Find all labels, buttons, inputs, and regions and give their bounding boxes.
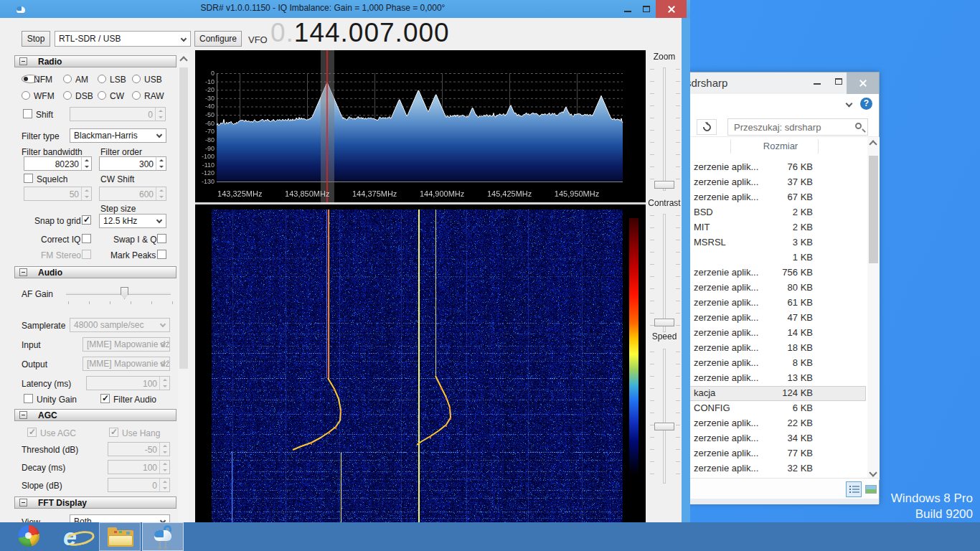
spectrum-canvas[interactable] xyxy=(195,50,646,203)
scrollbar-thumb[interactable] xyxy=(869,156,878,263)
squelch-checkbox[interactable] xyxy=(24,174,33,183)
audio-group-header[interactable]: Audio xyxy=(14,266,176,278)
spinner-arrows-icon[interactable] xyxy=(159,377,169,390)
radio-mode-dsb[interactable] xyxy=(63,91,72,100)
thumbnail-view-button[interactable] xyxy=(863,481,879,497)
collapse-icon[interactable] xyxy=(19,268,27,276)
cw-shift-spinner[interactable]: 600 xyxy=(99,187,166,201)
samplerate-select[interactable]: 48000 sample/sec xyxy=(70,318,170,332)
panel-scrollbar[interactable] xyxy=(178,53,189,522)
scroll-up-icon[interactable] xyxy=(179,56,187,64)
chevron-down-icon[interactable] xyxy=(846,100,853,108)
af-gain-slider[interactable] xyxy=(66,293,171,295)
fft-group-header[interactable]: FFT Display xyxy=(14,496,176,509)
explorer-close-button[interactable] xyxy=(847,72,879,94)
radio-mode-am[interactable] xyxy=(63,75,72,83)
close-button[interactable] xyxy=(656,0,687,18)
filter-bandwidth-spinner[interactable]: 80230 xyxy=(24,156,92,171)
details-view-button[interactable] xyxy=(846,481,862,497)
taskbar-internet-explorer[interactable]: e xyxy=(57,522,99,551)
scroll-down-icon[interactable] xyxy=(869,468,877,476)
spinner-arrows-icon[interactable] xyxy=(156,187,166,200)
spinner-arrows-icon[interactable] xyxy=(159,443,169,456)
spinner-arrows-icon[interactable] xyxy=(81,187,91,200)
squelch-spinner[interactable]: 50 xyxy=(24,187,92,201)
speed-slider-thumb[interactable] xyxy=(654,423,674,430)
column-header-size[interactable]: Rozmiar xyxy=(745,141,816,151)
frequency-display[interactable]: 0.144.007.000 xyxy=(270,18,450,51)
decay-spinner[interactable]: 100 xyxy=(108,460,170,474)
refresh-button[interactable] xyxy=(697,119,717,135)
stop-button[interactable]: Stop xyxy=(22,31,50,47)
use-hang-label: Use Hang xyxy=(122,428,160,438)
collapse-icon[interactable] xyxy=(19,411,27,419)
collapse-icon[interactable] xyxy=(19,499,27,507)
use-hang-checkbox[interactable] xyxy=(109,428,118,437)
watermark-line2: Build 9200 xyxy=(825,507,973,522)
file-type-cell: kacja xyxy=(694,387,715,398)
filter-type-select[interactable]: Blackman-Harris xyxy=(70,128,166,143)
filter-audio-checkbox[interactable] xyxy=(100,394,110,403)
output-select[interactable]: [MME] Mapowanie dźw xyxy=(83,357,170,371)
mode-label-cw: CW xyxy=(110,91,124,101)
spinner-arrows-icon[interactable] xyxy=(156,157,166,170)
agc-group-header[interactable]: AGC xyxy=(14,409,176,421)
squelch-value: 50 xyxy=(70,189,79,199)
taskbar-sdrsharp[interactable] xyxy=(142,522,184,551)
radio-mode-lsb[interactable] xyxy=(98,75,106,83)
explorer-scrollbar[interactable] xyxy=(867,137,880,480)
zoom-slider[interactable] xyxy=(663,67,666,191)
column-divider[interactable] xyxy=(818,139,819,154)
spinner-arrows-icon[interactable] xyxy=(155,108,165,121)
spinner-arrows-icon[interactable] xyxy=(81,157,91,170)
column-divider[interactable] xyxy=(730,139,731,154)
fm-stereo-checkbox[interactable] xyxy=(82,250,91,259)
snap-to-grid-checkbox[interactable] xyxy=(82,215,91,225)
step-size-select[interactable]: 12.5 kHz xyxy=(99,214,166,228)
help-icon[interactable]: ? xyxy=(860,98,872,110)
search-box[interactable] xyxy=(727,118,868,136)
scroll-up-icon[interactable] xyxy=(869,140,877,148)
radio-mode-usb[interactable] xyxy=(132,75,141,83)
configure-button[interactable]: Configure xyxy=(194,31,242,47)
swap-iq-checkbox[interactable] xyxy=(157,234,166,243)
search-input[interactable] xyxy=(728,119,867,135)
sdrsharp-window: SDR# v1.0.0.1150 - IQ Imbalance: Gain = … xyxy=(0,0,690,551)
taskbar-app-ball[interactable] xyxy=(10,522,52,551)
latency-spinner[interactable]: 100 xyxy=(86,376,170,390)
radio-mode-raw[interactable] xyxy=(132,91,141,100)
waterfall-canvas[interactable] xyxy=(195,204,646,522)
filter-order-spinner[interactable]: 300 xyxy=(99,156,166,171)
taskbar-file-explorer[interactable] xyxy=(99,522,141,551)
file-size-cell: 18 KB xyxy=(732,342,813,353)
collapse-icon[interactable] xyxy=(19,57,27,65)
decay-label: Decay (ms) xyxy=(22,463,65,473)
unity-gain-checkbox[interactable] xyxy=(24,394,33,403)
radio-group-header[interactable]: Radio xyxy=(14,55,176,67)
shift-label: Shift xyxy=(36,110,53,120)
correct-iq-checkbox[interactable] xyxy=(82,234,91,243)
shift-checkbox[interactable] xyxy=(23,109,32,118)
scrollbar-thumb[interactable] xyxy=(179,67,188,369)
filter-order-label: Filter order xyxy=(100,147,142,157)
mark-peaks-checkbox[interactable] xyxy=(157,250,166,259)
device-select[interactable]: RTL-SDR / USB xyxy=(55,31,191,47)
speed-slider[interactable] xyxy=(663,349,666,484)
zoom-slider-thumb[interactable] xyxy=(654,181,674,189)
spinner-arrows-icon[interactable] xyxy=(159,479,169,491)
spinner-arrows-icon[interactable] xyxy=(159,461,169,474)
shift-spinner[interactable]: 0 xyxy=(70,107,166,121)
contrast-slider[interactable] xyxy=(663,214,666,332)
sdr-titlebar[interactable]: SDR# v1.0.0.1150 - IQ Imbalance: Gain = … xyxy=(0,0,690,18)
radio-mode-cw[interactable] xyxy=(98,91,106,100)
radio-mode-wfm[interactable] xyxy=(22,91,30,100)
minimize-button[interactable] xyxy=(618,0,636,18)
maximize-button[interactable] xyxy=(637,0,655,18)
input-select[interactable]: [MME] Mapowanie dźw xyxy=(83,337,170,352)
explorer-minimize-button[interactable] xyxy=(808,72,829,90)
use-agc-checkbox[interactable] xyxy=(27,428,37,437)
slope-spinner[interactable]: 0 xyxy=(108,478,170,492)
contrast-slider-thumb[interactable] xyxy=(654,319,674,326)
mode-label-nfm: NFM xyxy=(34,75,52,85)
threshold-spinner[interactable]: -50 xyxy=(108,442,170,456)
